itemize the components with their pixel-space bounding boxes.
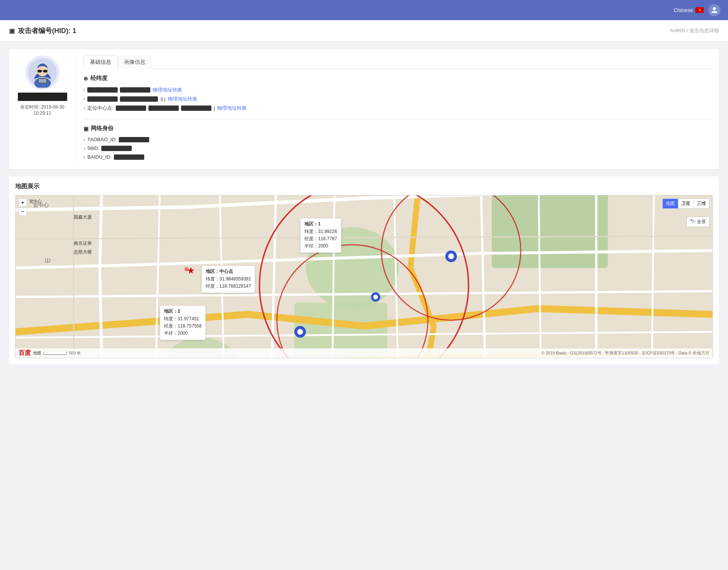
svg-rect-7 <box>39 79 46 83</box>
hacker-avatar <box>25 55 60 90</box>
58-value <box>101 146 132 151</box>
popup1-radius: 半径：2000 <box>304 243 337 249</box>
map-scale: 百度 地图 500 米 <box>19 349 81 357</box>
user-avatar[interactable] <box>708 4 720 16</box>
svg-text:江/: 江/ <box>45 258 51 263</box>
zoom-out-button[interactable]: − <box>19 208 27 216</box>
popup1-lat: 纬度：31.99226 <box>304 228 337 235</box>
svg-text:国鑫大厦: 国鑫大厦 <box>74 214 92 220</box>
content-area: 攻击时间: 2019-08-30 10:29:11 基础信息 画像信息 <box>0 42 728 372</box>
map-footer: 百度 地图 500 米 © 2019 Baidu · GS(2018)5572号… <box>16 348 712 358</box>
svg-text:南京证券: 南京证券 <box>74 241 92 246</box>
location-item-2: › 3 | 物理地址转换 <box>84 96 713 102</box>
map-section-title: 地图展示 <box>15 183 713 191</box>
location-redacted-3c <box>181 105 211 111</box>
identity-list: › TAOBAO_ID: › 58ID: › <box>84 137 713 160</box>
location-section: ⊕ 经纬度 › 物理地址转换 › 3 | <box>84 75 713 112</box>
map-panorama-button[interactable]: 🔭 全景 <box>687 217 709 227</box>
popup1-lng: 经度：118.7787 <box>304 236 337 242</box>
profile-right: 基础信息 画像信息 ⊕ 经纬度 › <box>84 55 713 163</box>
map-nav-label: 贺中心 <box>29 198 42 204</box>
language-label: Chinese <box>674 7 693 13</box>
network-section: ▣ 网络身份 › TAOBAO_ID: › 58ID: <box>84 125 713 160</box>
location-suffix-2: 3 | <box>160 96 165 102</box>
language-selector[interactable]: Chinese ★ <box>674 7 704 13</box>
page-title-bar: ▣ 攻击者编号(HID): 1 AHRID / 攻击信息详细 <box>0 20 728 42</box>
network-section-header: ▣ 网络身份 <box>84 125 713 132</box>
tab-content-basic: ⊕ 经纬度 › 物理地址转换 › 3 | <box>84 75 713 160</box>
location-link-1[interactable]: 物理地址转换 <box>153 87 182 93</box>
network-icon: ▣ <box>84 126 88 132</box>
location-item-1: › 物理地址转换 <box>84 87 713 93</box>
map-container[interactable]: ★ ⊕ 贸中心 国鑫大厦 南京证券 总部大楼 江/信/ 金奥·缤润汇 宋都美城·… <box>15 195 713 358</box>
identity-baidu: › BAIDU_ID: <box>84 154 713 160</box>
breadcrumb-root: AHRID <box>670 28 685 33</box>
svg-point-21 <box>297 329 303 335</box>
popup3-lat: 纬度：31.977451 <box>164 316 202 322</box>
info-popup-1: 地区：1 纬度：31.99226 经度：118.7787 半径：2000 <box>300 218 341 253</box>
zoom-in-button[interactable]: + <box>19 198 27 207</box>
scale-bar <box>44 352 66 355</box>
location-item-3: › 定位中心点: | 物理地址转换 <box>84 105 713 112</box>
location-redacted-3 <box>116 105 146 111</box>
location-link-3[interactable]: 物理地址转换 <box>217 105 247 112</box>
taobao-label: TAOBAO_ID: <box>87 137 117 142</box>
location-redacted-2 <box>87 96 118 102</box>
identity-arrow-2: › <box>84 145 85 151</box>
popup3-lng: 经度：118.757558 <box>164 323 202 329</box>
map-zoom-controls: + − <box>19 198 27 216</box>
app-header: Chinese ★ <box>0 0 728 20</box>
popup1-title: 地区：1 <box>304 221 337 227</box>
map-type-buttons: 地图 卫星 三维 <box>662 198 709 209</box>
location-link-2[interactable]: 物理地址转换 <box>168 96 197 102</box>
identity-arrow-3: › <box>84 154 85 160</box>
location-redacted-1 <box>87 87 118 93</box>
breadcrumb: AHRID / 攻击信息详细 <box>670 27 719 34</box>
panorama-icon: 🔭 <box>690 219 696 224</box>
arrow-icon-3: › <box>84 105 85 111</box>
svg-text:总部大楼: 总部大楼 <box>73 249 92 255</box>
popup-center-lng: 经度：118.768128147 <box>206 283 251 290</box>
attack-time: 攻击时间: 2019-08-30 10:29:11 <box>20 104 64 116</box>
58-label: 58ID: <box>87 145 99 151</box>
tab-portrait-info[interactable]: 画像信息 <box>118 55 152 69</box>
location-prefix-3: 定位中心点: <box>87 105 113 112</box>
identity-taobao: › TAOBAO_ID: <box>84 137 713 142</box>
popup-center-lat: 纬度：31.9848559381 <box>206 276 251 282</box>
info-popup-2: 地区：2 纬度：31.977451 经度：118.757558 半径：2000 <box>160 305 206 340</box>
arrow-icon-1: › <box>84 87 85 93</box>
profile-section: 攻击时间: 2019-08-30 10:29:11 基础信息 画像信息 <box>9 49 719 169</box>
location-section-header: ⊕ 经纬度 <box>84 75 713 82</box>
taobao-value <box>119 137 149 142</box>
page-title: ▣ 攻击者编号(HID): 1 <box>9 26 76 35</box>
tab-basic-info[interactable]: 基础信息 <box>84 55 118 69</box>
location-section-title: 经纬度 <box>90 75 107 82</box>
map-copyright: © 2019 Baidu · GS(2018)5572号 · 甲测资字11009… <box>541 350 709 356</box>
svg-rect-3 <box>38 70 42 72</box>
map-type-map-btn[interactable]: 地图 <box>663 199 678 208</box>
arrow-icon-2: › <box>84 96 85 102</box>
map-type-satellite-btn[interactable]: 卫星 <box>678 199 694 208</box>
section-divider <box>84 119 713 120</box>
svg-text:⊕: ⊕ <box>184 266 189 272</box>
baidu-value <box>114 154 144 160</box>
tab-bar: 基础信息 画像信息 <box>84 55 713 69</box>
map-type-3d-btn[interactable]: 三维 <box>694 199 709 208</box>
location-redacted-3b <box>148 105 179 111</box>
svg-point-17 <box>373 294 378 299</box>
network-section-title: 网络身份 <box>91 125 113 132</box>
breadcrumb-current: 攻击信息详细 <box>689 28 719 33</box>
profile-id-bar <box>18 93 67 101</box>
breadcrumb-sep: / <box>687 28 688 33</box>
identity-arrow-1: › <box>84 137 85 142</box>
title-icon: ▣ <box>9 27 15 35</box>
title-text: 攻击者编号(HID): 1 <box>18 26 76 35</box>
svg-point-19 <box>448 254 454 259</box>
popup-center-title: 地区：中心点 <box>206 268 251 275</box>
location-redacted-2b <box>120 96 158 102</box>
location-suffix-3: | <box>214 105 215 111</box>
profile-left: 攻击时间: 2019-08-30 10:29:11 <box>15 55 76 163</box>
baidu-label: BAIDU_ID: <box>87 154 112 160</box>
flag-icon: ★ <box>695 7 704 13</box>
info-popup-center: 地区：中心点 纬度：31.9848559381 经度：118.768128147 <box>202 266 255 293</box>
